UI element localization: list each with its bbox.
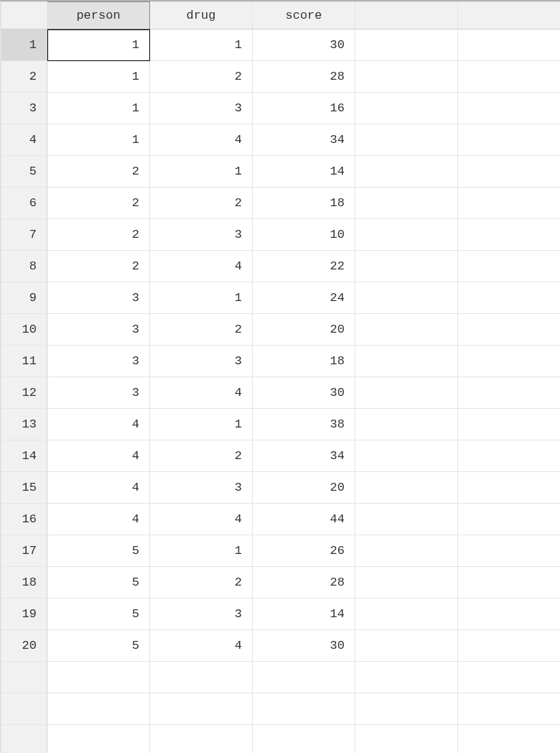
cell[interactable]: 30 [253,377,355,409]
cell[interactable]: 38 [253,409,355,440]
row-number[interactable] [1,662,47,693]
cell[interactable]: 3 [150,219,253,251]
cell[interactable] [458,29,561,61]
cell[interactable]: 3 [150,346,253,377]
cell[interactable] [355,188,458,219]
cell[interactable] [355,29,458,61]
cell[interactable]: 5 [47,567,150,599]
cell[interactable] [355,124,458,156]
cell[interactable]: 20 [253,314,355,346]
cell[interactable] [458,504,561,535]
cell[interactable] [458,156,561,188]
cell[interactable] [458,662,561,693]
row-number[interactable]: 4 [1,124,47,156]
row-number[interactable]: 13 [1,409,47,440]
cell[interactable]: 4 [47,504,150,535]
cell[interactable]: 4 [47,472,150,504]
cell[interactable] [458,93,561,124]
cell[interactable] [458,535,561,567]
cell[interactable] [458,124,561,156]
cell[interactable] [355,156,458,188]
cell[interactable]: 28 [253,567,355,599]
cell[interactable] [150,725,253,754]
cell[interactable] [355,725,458,754]
row-number[interactable]: 10 [1,314,47,346]
cell[interactable]: 1 [150,282,253,314]
column-header-drug[interactable]: drug [150,2,253,29]
cell[interactable] [458,346,561,377]
cell[interactable]: 2 [150,567,253,599]
column-header-score[interactable]: score [253,2,355,29]
cell[interactable]: 1 [150,535,253,567]
cell[interactable]: 34 [253,440,355,472]
cell[interactable]: 4 [150,630,253,662]
cell[interactable]: 1 [150,29,253,61]
cell[interactable] [47,693,150,725]
cell[interactable]: 34 [253,124,355,156]
cell[interactable]: 4 [47,409,150,440]
row-number[interactable]: 2 [1,61,47,93]
row-number[interactable] [1,725,47,754]
cell[interactable] [355,93,458,124]
row-number[interactable]: 6 [1,188,47,219]
cell[interactable]: 3 [150,599,253,630]
cell[interactable]: 2 [150,61,253,93]
cell[interactable]: 1 [150,156,253,188]
cell[interactable]: 1 [47,29,150,61]
cell[interactable] [458,251,561,282]
cell[interactable] [458,219,561,251]
cell[interactable] [47,662,150,693]
cell[interactable] [355,630,458,662]
cell[interactable]: 3 [150,472,253,504]
cell[interactable]: 4 [150,504,253,535]
row-number[interactable]: 17 [1,535,47,567]
cell[interactable] [355,61,458,93]
cell[interactable] [355,535,458,567]
cell[interactable]: 4 [150,251,253,282]
cell[interactable] [458,725,561,754]
cell[interactable]: 1 [150,409,253,440]
cell[interactable] [458,693,561,725]
cell[interactable]: 2 [150,314,253,346]
cell[interactable] [458,314,561,346]
cell[interactable]: 3 [47,314,150,346]
cell[interactable]: 1 [47,93,150,124]
column-header-blank[interactable] [458,2,561,29]
cell[interactable]: 2 [47,188,150,219]
cell[interactable] [355,567,458,599]
cell[interactable]: 4 [150,377,253,409]
cell[interactable] [253,693,355,725]
row-number[interactable]: 20 [1,630,47,662]
cell[interactable] [458,472,561,504]
row-number[interactable]: 19 [1,599,47,630]
cell[interactable]: 4 [150,124,253,156]
cell[interactable] [458,377,561,409]
cell[interactable] [355,377,458,409]
row-number[interactable]: 18 [1,567,47,599]
cell[interactable]: 3 [47,282,150,314]
cell[interactable] [355,472,458,504]
cell[interactable]: 10 [253,219,355,251]
cell[interactable] [355,251,458,282]
cell[interactable] [458,61,561,93]
cell[interactable]: 14 [253,156,355,188]
cell[interactable]: 4 [47,440,150,472]
row-number[interactable]: 7 [1,219,47,251]
cell[interactable] [150,662,253,693]
cell[interactable]: 28 [253,61,355,93]
cell[interactable] [355,693,458,725]
row-number[interactable]: 14 [1,440,47,472]
cell[interactable] [47,725,150,754]
row-number[interactable]: 11 [1,346,47,377]
row-number[interactable] [1,693,47,725]
cell[interactable]: 24 [253,282,355,314]
cell[interactable]: 2 [150,188,253,219]
cell[interactable] [253,662,355,693]
cell[interactable] [458,188,561,219]
cell[interactable]: 30 [253,630,355,662]
column-header-person[interactable]: person [47,2,150,29]
cell[interactable] [253,725,355,754]
row-number[interactable]: 3 [1,93,47,124]
cell[interactable]: 3 [47,377,150,409]
cell[interactable] [458,409,561,440]
